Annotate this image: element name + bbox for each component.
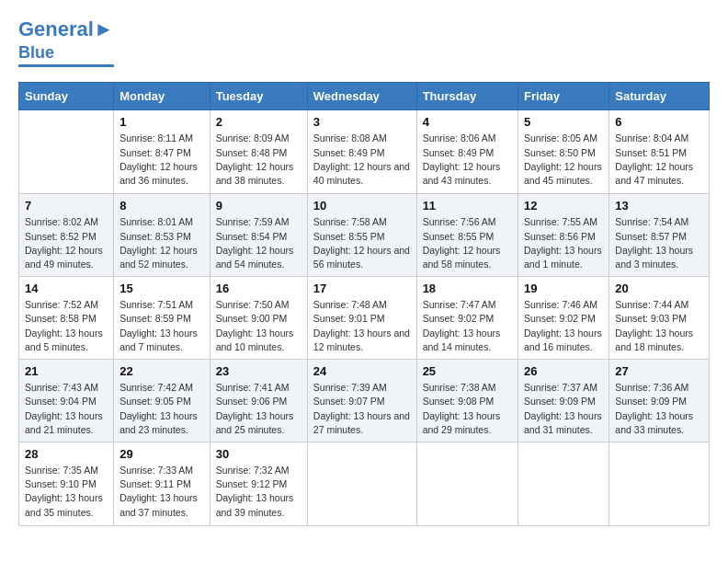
logo-blue-text: Blue bbox=[18, 43, 54, 62]
calendar-body: 1 Sunrise: 8:11 AMSunset: 8:47 PMDayligh… bbox=[19, 110, 710, 526]
calendar-cell: 12 Sunrise: 7:55 AMSunset: 8:56 PMDaylig… bbox=[518, 194, 609, 277]
calendar-cell: 29 Sunrise: 7:33 AMSunset: 9:11 PMDaylig… bbox=[114, 442, 210, 526]
day-number: 2 bbox=[216, 115, 301, 129]
calendar-week-1: 1 Sunrise: 8:11 AMSunset: 8:47 PMDayligh… bbox=[19, 110, 710, 194]
calendar-cell: 22 Sunrise: 7:42 AMSunset: 9:05 PMDaylig… bbox=[114, 360, 210, 442]
day-number: 27 bbox=[615, 364, 703, 378]
day-info: Sunrise: 7:59 AMSunset: 8:54 PMDaylight:… bbox=[216, 215, 301, 271]
calendar-cell bbox=[416, 442, 518, 526]
header-row: SundayMondayTuesdayWednesdayThursdayFrid… bbox=[19, 83, 710, 110]
day-info: Sunrise: 8:08 AMSunset: 8:49 PMDaylight:… bbox=[313, 132, 411, 188]
calendar-cell: 27 Sunrise: 7:36 AMSunset: 9:09 PMDaylig… bbox=[609, 360, 710, 442]
logo-underline bbox=[18, 64, 114, 67]
day-number: 12 bbox=[524, 199, 603, 213]
day-number: 26 bbox=[524, 364, 603, 378]
day-number: 16 bbox=[216, 282, 301, 295]
day-number: 15 bbox=[119, 282, 204, 295]
day-info: Sunrise: 7:41 AMSunset: 9:06 PMDaylight:… bbox=[216, 381, 301, 437]
calendar-cell: 14 Sunrise: 7:52 AMSunset: 8:58 PMDaylig… bbox=[19, 277, 114, 360]
day-info: Sunrise: 8:06 AMSunset: 8:49 PMDaylight:… bbox=[423, 132, 512, 188]
calendar-cell: 30 Sunrise: 7:32 AMSunset: 9:12 PMDaylig… bbox=[210, 442, 307, 526]
day-info: Sunrise: 7:56 AMSunset: 8:55 PMDaylight:… bbox=[423, 215, 512, 271]
day-number: 22 bbox=[119, 364, 204, 378]
day-info: Sunrise: 7:35 AMSunset: 9:10 PMDaylight:… bbox=[25, 464, 108, 520]
calendar-cell bbox=[518, 442, 609, 526]
header-cell-thursday: Thursday bbox=[416, 83, 518, 110]
logo: General► Blue bbox=[18, 18, 114, 67]
calendar-header: SundayMondayTuesdayWednesdayThursdayFrid… bbox=[19, 83, 710, 110]
day-info: Sunrise: 7:33 AMSunset: 9:11 PMDaylight:… bbox=[119, 464, 204, 520]
calendar-cell: 19 Sunrise: 7:46 AMSunset: 9:02 PMDaylig… bbox=[518, 277, 609, 360]
day-number: 19 bbox=[524, 282, 603, 295]
day-number: 4 bbox=[423, 115, 512, 129]
header-cell-tuesday: Tuesday bbox=[210, 83, 307, 110]
logo-blue: ► bbox=[94, 17, 114, 40]
calendar-table: SundayMondayTuesdayWednesdayThursdayFrid… bbox=[18, 82, 710, 526]
day-info: Sunrise: 8:04 AMSunset: 8:51 PMDaylight:… bbox=[615, 132, 703, 188]
calendar-cell: 24 Sunrise: 7:39 AMSunset: 9:07 PMDaylig… bbox=[307, 360, 416, 442]
calendar-cell: 26 Sunrise: 7:37 AMSunset: 9:09 PMDaylig… bbox=[518, 360, 609, 442]
day-number: 28 bbox=[25, 447, 108, 461]
logo-text: General► Blue bbox=[18, 18, 114, 63]
day-number: 13 bbox=[615, 199, 703, 213]
day-info: Sunrise: 7:51 AMSunset: 8:59 PMDaylight:… bbox=[119, 298, 204, 354]
calendar-cell: 3 Sunrise: 8:08 AMSunset: 8:49 PMDayligh… bbox=[307, 110, 416, 194]
day-info: Sunrise: 8:01 AMSunset: 8:53 PMDaylight:… bbox=[119, 215, 204, 271]
day-number: 1 bbox=[119, 115, 204, 129]
calendar-cell: 11 Sunrise: 7:56 AMSunset: 8:55 PMDaylig… bbox=[416, 194, 518, 277]
calendar-cell: 9 Sunrise: 7:59 AMSunset: 8:54 PMDayligh… bbox=[210, 194, 307, 277]
day-info: Sunrise: 7:48 AMSunset: 9:01 PMDaylight:… bbox=[313, 298, 411, 354]
calendar-cell: 5 Sunrise: 8:05 AMSunset: 8:50 PMDayligh… bbox=[518, 110, 609, 194]
header-cell-wednesday: Wednesday bbox=[307, 83, 416, 110]
day-info: Sunrise: 7:37 AMSunset: 9:09 PMDaylight:… bbox=[524, 381, 603, 437]
calendar-cell: 4 Sunrise: 8:06 AMSunset: 8:49 PMDayligh… bbox=[416, 110, 518, 194]
calendar-cell: 7 Sunrise: 8:02 AMSunset: 8:52 PMDayligh… bbox=[19, 194, 114, 277]
calendar-cell: 1 Sunrise: 8:11 AMSunset: 8:47 PMDayligh… bbox=[114, 110, 210, 194]
day-number: 30 bbox=[216, 447, 301, 461]
calendar-cell: 13 Sunrise: 7:54 AMSunset: 8:57 PMDaylig… bbox=[609, 194, 710, 277]
calendar-week-3: 14 Sunrise: 7:52 AMSunset: 8:58 PMDaylig… bbox=[19, 277, 710, 360]
day-number: 11 bbox=[423, 199, 512, 213]
day-number: 7 bbox=[25, 199, 108, 213]
day-number: 20 bbox=[615, 282, 703, 295]
calendar-cell: 17 Sunrise: 7:48 AMSunset: 9:01 PMDaylig… bbox=[307, 277, 416, 360]
day-number: 6 bbox=[615, 115, 703, 129]
calendar-cell: 16 Sunrise: 7:50 AMSunset: 9:00 PMDaylig… bbox=[210, 277, 307, 360]
day-number: 25 bbox=[423, 364, 512, 378]
day-number: 23 bbox=[216, 364, 301, 378]
calendar-cell: 28 Sunrise: 7:35 AMSunset: 9:10 PMDaylig… bbox=[19, 442, 114, 526]
calendar-week-4: 21 Sunrise: 7:43 AMSunset: 9:04 PMDaylig… bbox=[19, 360, 710, 442]
calendar-cell: 18 Sunrise: 7:47 AMSunset: 9:02 PMDaylig… bbox=[416, 277, 518, 360]
day-info: Sunrise: 7:38 AMSunset: 9:08 PMDaylight:… bbox=[423, 381, 512, 437]
calendar-cell: 15 Sunrise: 7:51 AMSunset: 8:59 PMDaylig… bbox=[114, 277, 210, 360]
day-number: 17 bbox=[313, 282, 411, 295]
calendar-cell bbox=[307, 442, 416, 526]
day-info: Sunrise: 7:43 AMSunset: 9:04 PMDaylight:… bbox=[25, 381, 108, 437]
day-info: Sunrise: 7:39 AMSunset: 9:07 PMDaylight:… bbox=[313, 381, 411, 437]
calendar-cell bbox=[609, 442, 710, 526]
day-info: Sunrise: 7:55 AMSunset: 8:56 PMDaylight:… bbox=[524, 215, 603, 271]
day-number: 29 bbox=[119, 447, 204, 461]
day-info: Sunrise: 8:09 AMSunset: 8:48 PMDaylight:… bbox=[216, 132, 301, 188]
header-cell-monday: Monday bbox=[114, 83, 210, 110]
day-info: Sunrise: 7:58 AMSunset: 8:55 PMDaylight:… bbox=[313, 215, 411, 271]
day-info: Sunrise: 7:36 AMSunset: 9:09 PMDaylight:… bbox=[615, 381, 703, 437]
calendar-cell: 2 Sunrise: 8:09 AMSunset: 8:48 PMDayligh… bbox=[210, 110, 307, 194]
day-number: 3 bbox=[313, 115, 411, 129]
calendar-cell bbox=[19, 110, 114, 194]
day-info: Sunrise: 7:32 AMSunset: 9:12 PMDaylight:… bbox=[216, 464, 301, 520]
day-info: Sunrise: 7:54 AMSunset: 8:57 PMDaylight:… bbox=[615, 215, 703, 271]
calendar-cell: 23 Sunrise: 7:41 AMSunset: 9:06 PMDaylig… bbox=[210, 360, 307, 442]
calendar-week-2: 7 Sunrise: 8:02 AMSunset: 8:52 PMDayligh… bbox=[19, 194, 710, 277]
day-number: 14 bbox=[25, 282, 108, 295]
day-info: Sunrise: 7:42 AMSunset: 9:05 PMDaylight:… bbox=[119, 381, 204, 437]
day-info: Sunrise: 8:05 AMSunset: 8:50 PMDaylight:… bbox=[524, 132, 603, 188]
calendar-cell: 10 Sunrise: 7:58 AMSunset: 8:55 PMDaylig… bbox=[307, 194, 416, 277]
day-info: Sunrise: 7:46 AMSunset: 9:02 PMDaylight:… bbox=[524, 298, 603, 354]
calendar-cell: 20 Sunrise: 7:44 AMSunset: 9:03 PMDaylig… bbox=[609, 277, 710, 360]
day-info: Sunrise: 7:44 AMSunset: 9:03 PMDaylight:… bbox=[615, 298, 703, 354]
logo-general: General bbox=[18, 17, 94, 40]
day-number: 18 bbox=[423, 282, 512, 295]
calendar-cell: 25 Sunrise: 7:38 AMSunset: 9:08 PMDaylig… bbox=[416, 360, 518, 442]
day-number: 5 bbox=[524, 115, 603, 129]
